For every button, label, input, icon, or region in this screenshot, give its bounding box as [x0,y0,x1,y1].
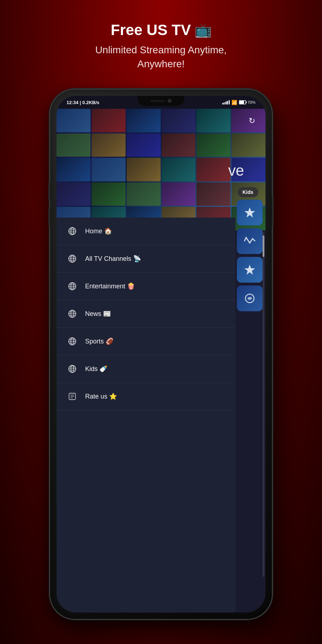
phone-container: 12:34 | 0.2KB/s 📶 [50,89,272,619]
thumb-7 [57,133,91,157]
channel-thumb-4[interactable] [237,286,263,311]
thumb-21 [127,182,161,206]
tv-icon: 📺 [195,22,211,38]
menu-label-all-tv: All TV Channels 📡 [85,255,141,263]
notch [138,96,184,106]
status-right: 📶 70% [222,100,255,105]
menu-item-entertainment[interactable]: Entertainment 🍿 [57,273,235,300]
wifi-icon: 📶 [231,100,237,105]
menu-item-kids[interactable]: Kids 🍼 [57,355,235,383]
globe-icon-sports [67,336,78,347]
globe-icon-entertainment [67,280,78,292]
menu-label-rate-us: Rate us ⭐ [85,392,117,400]
live-text: ve [228,162,244,179]
svg-rect-2 [246,102,247,103]
thumb-4 [162,109,196,132]
refresh-button[interactable]: ↻ [245,114,258,127]
menu-label-kids: Kids 🍼 [85,365,107,373]
app-subtitle: Unlimited Streaming Anytime, Anywhere! [0,43,322,71]
drawer-menu: Home 🏠 All TV Channels 📡 [57,218,235,613]
star-icon-rate-us [67,391,78,402]
thumb-2 [92,109,126,132]
thumb-5 [196,109,230,132]
menu-label-home: Home 🏠 [85,227,112,235]
thumb-11 [196,133,230,157]
menu-item-rate-us[interactable]: Rate us ⭐ [57,383,235,410]
thumb-17 [196,158,230,181]
menu-item-news[interactable]: News 📰 [57,300,235,328]
battery-icon: 70% [239,100,255,104]
refresh-icon: ↻ [249,116,255,126]
header-section: Free US TV 📺 Unlimited Streaming Anytime… [0,0,322,82]
volume-down-button [48,208,50,225]
thumb-1 [57,109,91,132]
thumb-16 [162,158,196,181]
svg-rect-1 [239,101,244,104]
right-channels [237,200,265,311]
phone-shell: 12:34 | 0.2KB/s 📶 [50,89,272,619]
channel-thumb-3[interactable] [237,257,263,283]
thumb-10 [162,133,196,157]
thumb-9 [127,133,161,157]
scrollbar[interactable] [263,232,264,577]
thumb-15 [127,158,161,181]
menu-label-entertainment: Entertainment 🍿 [85,282,135,290]
thumb-13 [57,158,91,181]
globe-icon-all-tv [67,253,78,264]
menu-item-sports[interactable]: Sports 🏈 [57,328,235,355]
camera [168,99,171,103]
power-button [272,197,274,225]
channel-thumb-1[interactable] [237,200,263,225]
thumb-19 [57,182,91,206]
channel-thumb-2[interactable] [237,228,263,254]
globe-icon-news [67,308,78,319]
thumb-22 [162,182,196,206]
thumb-20 [92,182,126,206]
status-time: 12:34 | 0.2KB/s [67,100,99,105]
globe-icon-home [67,225,78,237]
menu-label-news: News 📰 [85,310,111,318]
app-title: Free US TV 📺 [0,21,322,39]
signal-bars [222,100,230,104]
thumb-3 [127,109,161,132]
volume-up-button [48,182,50,200]
thumb-23 [196,182,230,206]
battery-percent: 70% [248,100,255,104]
thumb-8 [92,133,126,157]
phone-screen: 12:34 | 0.2KB/s 📶 [57,96,265,613]
globe-icon-kids [67,363,78,375]
speaker [151,100,165,102]
title-text: Free US TV [111,21,191,39]
menu-item-home[interactable]: Home 🏠 [57,218,235,245]
kids-tab[interactable]: Kids [238,187,258,197]
thumb-12 [231,133,265,157]
menu-label-sports: Sports 🏈 [85,337,113,345]
thumb-14 [92,158,126,181]
menu-item-all-tv[interactable]: All TV Channels 📡 [57,245,235,273]
scrollbar-thumb[interactable] [263,235,264,257]
